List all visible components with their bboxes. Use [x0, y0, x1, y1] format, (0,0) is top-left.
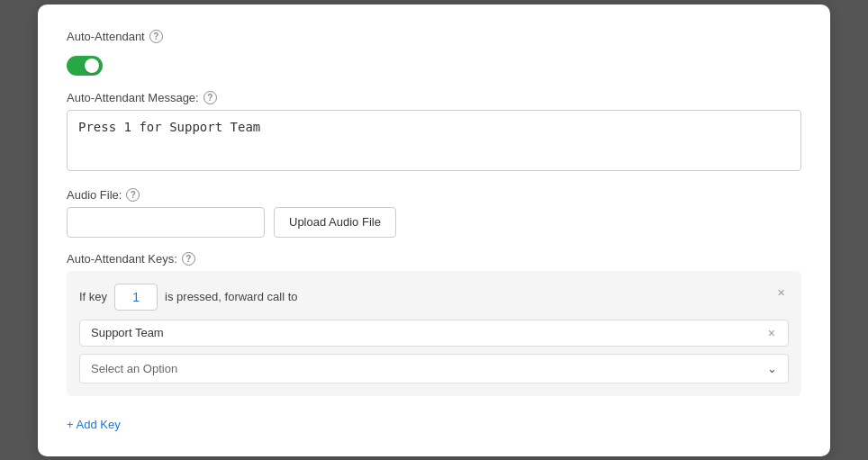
support-team-label: Support Team	[91, 326, 164, 339]
audio-file-input[interactable]	[67, 207, 265, 238]
audio-file-label-row: Audio File: ?	[67, 188, 801, 202]
main-card: Auto-Attendant ? Auto-Attendant Message:…	[38, 5, 830, 456]
key-row-close-button[interactable]: ×	[773, 284, 789, 301]
audio-file-row: Upload Audio File	[67, 207, 801, 238]
key-row: If key is pressed, forward call to ×	[79, 284, 789, 311]
message-label-row: Auto-Attendant Message: ?	[67, 91, 801, 104]
message-textarea[interactable]: Press 1 for Support Team	[67, 110, 801, 171]
audio-file-label: Audio File:	[67, 188, 122, 202]
auto-attendant-section: Auto-Attendant ?	[67, 30, 801, 43]
audio-file-section: Audio File: ? Upload Audio File	[67, 188, 801, 238]
add-key-link[interactable]: + Add Key	[67, 418, 121, 431]
is-pressed-text: is pressed, forward call to	[165, 290, 297, 303]
select-option-label: Select an Option	[91, 362, 177, 375]
keys-section: Auto-Attendant Keys: ? If key is pressed…	[67, 252, 801, 396]
message-help-icon[interactable]: ?	[203, 91, 217, 104]
upload-audio-button[interactable]: Upload Audio File	[274, 207, 396, 238]
support-team-remove-button[interactable]: ×	[766, 326, 777, 340]
keys-help-icon[interactable]: ?	[182, 252, 195, 266]
keys-box: If key is pressed, forward call to × Sup…	[67, 271, 801, 396]
toggle-knob	[85, 59, 99, 73]
select-option-dropdown[interactable]: Select an Option ⌄	[79, 354, 789, 383]
keys-label: Auto-Attendant Keys:	[67, 252, 177, 266]
message-label: Auto-Attendant Message:	[67, 91, 199, 104]
message-section: Auto-Attendant Message: ? Press 1 for Su…	[67, 91, 801, 174]
auto-attendant-label: Auto-Attendant	[67, 30, 145, 43]
key-number-input[interactable]	[114, 284, 158, 311]
keys-label-row: Auto-Attendant Keys: ?	[67, 252, 801, 266]
chevron-down-icon: ⌄	[767, 362, 777, 375]
auto-attendant-toggle[interactable]	[67, 56, 103, 76]
support-team-tag: Support Team ×	[79, 320, 789, 347]
audio-file-help-icon[interactable]: ?	[126, 188, 140, 202]
if-key-text: If key	[79, 290, 107, 303]
auto-attendant-help-icon[interactable]: ?	[149, 30, 163, 43]
